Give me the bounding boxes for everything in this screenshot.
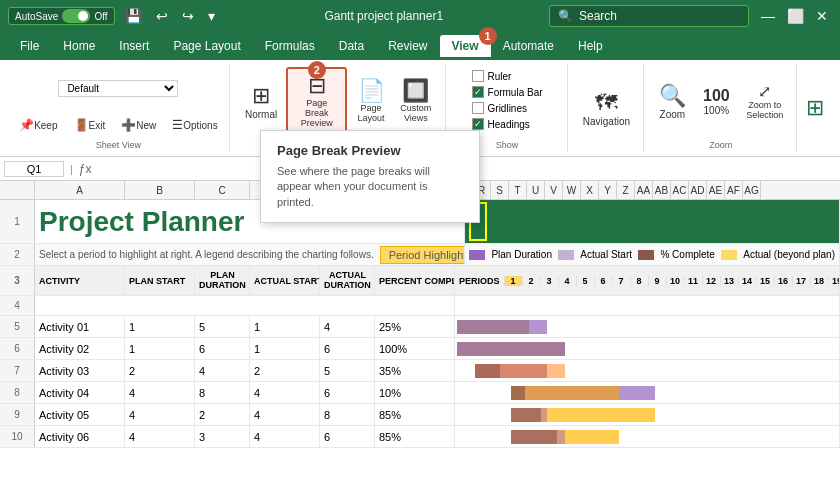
cell-8-plan-start[interactable]: 4: [125, 382, 195, 403]
cell-7-plan-start[interactable]: 2: [125, 360, 195, 381]
page-break-preview-button[interactable]: 2 ⊟ Page BreakPreview: [286, 67, 347, 135]
keep-button[interactable]: 📌 Keep: [13, 114, 63, 136]
cell-10-pct[interactable]: 85%: [375, 426, 455, 447]
tab-home[interactable]: Home: [51, 35, 107, 57]
gridlines-checkbox[interactable]: [472, 102, 484, 114]
cell-5-actual-start[interactable]: 1: [250, 316, 320, 337]
ruler-row: Ruler: [472, 70, 543, 82]
tab-review[interactable]: Review: [376, 35, 439, 57]
new-button[interactable]: ➕ New: [115, 114, 162, 136]
redo-icon[interactable]: ↪: [178, 6, 198, 26]
tab-help[interactable]: Help: [566, 35, 615, 57]
tab-insert[interactable]: Insert: [107, 35, 161, 57]
cell-7-actual-dur[interactable]: 5: [320, 360, 375, 381]
minimize-icon[interactable]: —: [757, 6, 779, 26]
cell-6-actual-dur[interactable]: 6: [320, 338, 375, 359]
header-plan-dur: PLANDURATION: [195, 266, 250, 295]
period-10: 10: [666, 276, 684, 286]
normal-view-button[interactable]: ⊞ Normal: [240, 79, 283, 124]
formula-bar-checkbox[interactable]: [472, 86, 484, 98]
cell-10-actual-dur[interactable]: 6: [320, 426, 375, 447]
cell-7-plan-dur[interactable]: 4: [195, 360, 250, 381]
tab-file[interactable]: File: [8, 35, 51, 57]
periods-label: PERIODS: [459, 276, 500, 286]
custom-views-button[interactable]: 🔲 CustomViews: [395, 74, 436, 128]
page-layout-button[interactable]: 📄 PageLayout: [351, 74, 391, 128]
exit-icon: 🚪: [74, 118, 89, 132]
row-5[interactable]: 5 Activity 01 1 5 1 4 25%: [0, 316, 840, 338]
row-9[interactable]: 9 Activity 05 4 2 4 8 85%: [0, 404, 840, 426]
cell-8-pct[interactable]: 10%: [375, 382, 455, 403]
cell-5-plan-start[interactable]: 1: [125, 316, 195, 337]
cell-5-plan-dur[interactable]: 5: [195, 316, 250, 337]
zoom-label: Zoom: [709, 136, 732, 150]
cell-5-pct[interactable]: 25%: [375, 316, 455, 337]
zoom-selection-button[interactable]: ⤢ Zoom toSelection: [740, 78, 789, 125]
col-c: C: [195, 181, 250, 199]
cell-10-plan-dur[interactable]: 3: [195, 426, 250, 447]
cell-6-activity[interactable]: Activity 02: [35, 338, 125, 359]
cell-5-actual-dur[interactable]: 4: [320, 316, 375, 337]
cell-10-plan-start[interactable]: 4: [125, 426, 195, 447]
col-ae: AE: [707, 181, 725, 199]
row-10[interactable]: 10 Activity 06 4 3 4 6 85%: [0, 426, 840, 448]
cell-9-plan-dur[interactable]: 2: [195, 404, 250, 425]
sheet-view-dropdown[interactable]: Default: [58, 80, 178, 97]
cell-6-plan-start[interactable]: 1: [125, 338, 195, 359]
row-8[interactable]: 8 Activity 04 4 8 4 6 10%: [0, 382, 840, 404]
tab-formulas[interactable]: Formulas: [253, 35, 327, 57]
legend-items-cell: Plan Duration Actual Start % Complete Ac…: [465, 244, 840, 265]
cell-8-activity[interactable]: Activity 04: [35, 382, 125, 403]
autosave-toggle[interactable]: [62, 9, 90, 23]
page-break-tooltip: Page Break Preview See where the page br…: [260, 130, 480, 223]
cell-8-plan-dur[interactable]: 8: [195, 382, 250, 403]
row-6[interactable]: 6 Activity 02 1 6 1 6 100%: [0, 338, 840, 360]
tab-automate[interactable]: Automate: [491, 35, 566, 57]
title-bar: AutoSave Off 💾 ↩ ↪ ▾ Gantt project plann…: [0, 0, 840, 32]
cell-6-actual-start[interactable]: 1: [250, 338, 320, 359]
legend-plan-box: [469, 250, 485, 260]
cell-8-actual-start[interactable]: 4: [250, 382, 320, 403]
cell-9-actual-dur[interactable]: 8: [320, 404, 375, 425]
zoom-button[interactable]: 🔍 Zoom: [652, 79, 692, 124]
tab-page-layout[interactable]: Page Layout: [161, 35, 252, 57]
cell-9-pct[interactable]: 85%: [375, 404, 455, 425]
legend-desc-cell: Select a period to highlight at right. A…: [35, 244, 465, 265]
headings-row: Headings: [472, 118, 543, 130]
zoom-100-button[interactable]: 100 100%: [696, 83, 736, 120]
tab-data[interactable]: Data: [327, 35, 376, 57]
cell-9-activity[interactable]: Activity 05: [35, 404, 125, 425]
exit-button[interactable]: 🚪 Exit: [68, 114, 112, 136]
search-box[interactable]: 🔍 Search: [549, 5, 749, 27]
ruler-checkbox[interactable]: [472, 70, 484, 82]
cell-10-actual-start[interactable]: 4: [250, 426, 320, 447]
cell-9-plan-start[interactable]: 4: [125, 404, 195, 425]
cell-7-actual-start[interactable]: 2: [250, 360, 320, 381]
cell-reference-input[interactable]: [4, 161, 64, 177]
row-2: 2 Select a period to highlight at right.…: [0, 244, 840, 266]
function-icon[interactable]: ƒx: [79, 162, 92, 176]
cell-10-activity[interactable]: Activity 06: [35, 426, 125, 447]
options-button[interactable]: ☰ Options: [166, 114, 223, 136]
cell-9-actual-start[interactable]: 4: [250, 404, 320, 425]
tab-view[interactable]: View 1: [440, 35, 491, 57]
cell-5-activity[interactable]: Activity 01: [35, 316, 125, 337]
restore-icon[interactable]: ⬜: [783, 6, 808, 26]
autosave-badge[interactable]: AutoSave Off: [8, 7, 115, 25]
undo-icon[interactable]: ↩: [152, 6, 172, 26]
row-num-4: 4: [0, 296, 35, 315]
row-7[interactable]: 7 Activity 03 2 4 2 5 35%: [0, 360, 840, 382]
gridlines-row: Gridlines: [472, 102, 543, 114]
cell-7-activity[interactable]: Activity 03: [35, 360, 125, 381]
period-highlight[interactable]: Period Highlight: 1: [380, 246, 465, 264]
cell-7-pct[interactable]: 35%: [375, 360, 455, 381]
cell-6-plan-dur[interactable]: 6: [195, 338, 250, 359]
cell-6-pct[interactable]: 100%: [375, 338, 455, 359]
navigation-button[interactable]: 🗺 Navigation: [577, 86, 636, 131]
customize-icon[interactable]: ▾: [204, 6, 219, 26]
save-icon[interactable]: 💾: [121, 6, 146, 26]
extra-group: ⊞: [799, 64, 833, 152]
cell-8-actual-dur[interactable]: 6: [320, 382, 375, 403]
headings-checkbox[interactable]: [472, 118, 484, 130]
close-icon[interactable]: ✕: [812, 6, 832, 26]
